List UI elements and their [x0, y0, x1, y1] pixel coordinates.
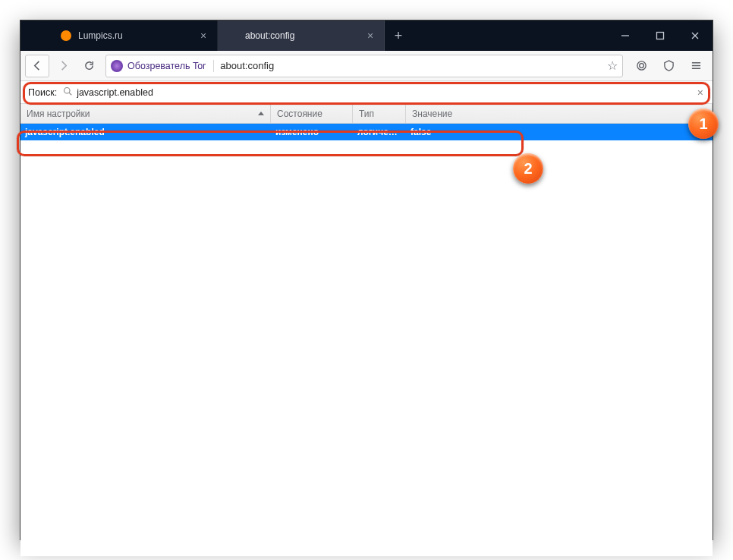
cell-pref-state: изменено — [271, 127, 353, 137]
menu-button[interactable] — [684, 55, 708, 77]
tab-lumpics[interactable]: Lumpics.ru × — [51, 20, 218, 51]
close-icon[interactable]: × — [197, 30, 209, 42]
tab-label: Lumpics.ru — [78, 30, 191, 41]
config-body-empty — [20, 140, 713, 556]
search-icon — [63, 87, 72, 98]
favicon-icon — [227, 30, 239, 42]
back-button[interactable] — [25, 55, 49, 77]
window-close-button[interactable] — [678, 20, 713, 51]
svg-point-5 — [639, 64, 643, 68]
window-maximize-button[interactable] — [643, 20, 678, 51]
annotation-badge-2: 2 — [513, 153, 543, 184]
tab-label: about:config — [245, 30, 358, 41]
security-level-button[interactable] — [656, 55, 681, 77]
onion-icon — [111, 60, 123, 72]
column-header-type[interactable]: Тип — [353, 104, 406, 123]
tor-circuit-button[interactable] — [629, 55, 653, 77]
favicon-icon — [60, 30, 72, 42]
column-header-name[interactable]: Имя настройки — [20, 104, 271, 123]
cell-pref-name: javascript.enabled — [20, 127, 271, 137]
tab-aboutconfig[interactable]: about:config × — [218, 20, 385, 51]
column-header-state[interactable]: Состояние — [271, 104, 353, 123]
svg-rect-1 — [657, 33, 664, 39]
tabstrip: Lumpics.ru × about:config × + — [20, 20, 608, 51]
cell-pref-value: false — [406, 127, 713, 137]
url-bar[interactable]: Обозреватель Tor ☆ — [105, 55, 623, 77]
bookmark-star-icon[interactable]: ☆ — [607, 58, 618, 73]
config-search-input[interactable] — [77, 87, 696, 98]
annotation-badge-1: 1 — [688, 109, 719, 139]
column-header-value[interactable]: Значение — [406, 104, 713, 123]
navigation-toolbar: Обозреватель Tor ☆ — [20, 51, 713, 81]
clear-search-icon[interactable]: × — [696, 87, 705, 99]
column-label: Состояние — [277, 109, 322, 119]
config-search-row: Поиск: × — [20, 81, 713, 104]
config-search-label: Поиск: — [28, 87, 57, 98]
column-label: Значение — [412, 109, 452, 119]
site-identity[interactable]: Обозреватель Tor — [111, 60, 214, 72]
config-columns-header: Имя настройки Состояние Тип Значение — [20, 104, 713, 124]
forward-button[interactable] — [51, 55, 75, 77]
sort-ascending-icon — [258, 112, 264, 115]
svg-line-10 — [69, 93, 71, 95]
new-tab-button[interactable]: + — [385, 20, 412, 51]
column-label: Имя настройки — [27, 109, 90, 119]
window-minimize-button[interactable] — [608, 20, 643, 51]
identity-label: Обозреватель Tor — [127, 61, 206, 71]
cell-pref-type: логическ... — [353, 127, 406, 137]
window-controls — [608, 20, 713, 51]
svg-point-4 — [637, 61, 645, 70]
url-input[interactable] — [220, 60, 601, 71]
config-row-selected[interactable]: javascript.enabled изменено логическ... … — [20, 124, 713, 140]
reload-button[interactable] — [77, 55, 101, 77]
close-icon[interactable]: × — [364, 30, 376, 42]
browser-window: Lumpics.ru × about:config × + — [20, 20, 713, 540]
svg-point-9 — [64, 88, 71, 94]
titlebar: Lumpics.ru × about:config × + — [20, 20, 713, 51]
column-label: Тип — [359, 109, 374, 119]
